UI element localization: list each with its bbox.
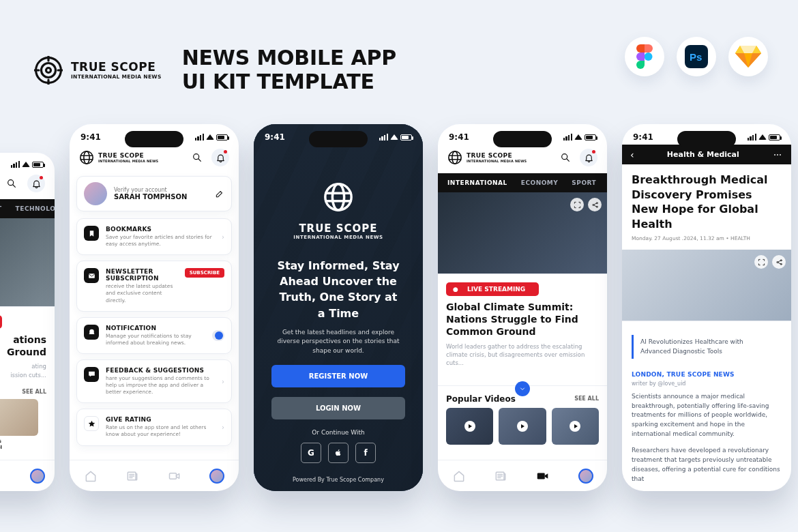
avatar[interactable]: [578, 469, 593, 484]
article-writer: writer by @love_uid: [632, 381, 782, 387]
svg-text:Ps: Ps: [690, 51, 702, 63]
expand-more-button[interactable]: [515, 381, 530, 396]
figma-icon: [625, 37, 664, 76]
back-button[interactable]: ‹: [630, 149, 634, 160]
share-button[interactable]: [772, 255, 786, 269]
powered-by: Powered By True Scope Company: [254, 477, 423, 483]
search-button[interactable]: [557, 149, 574, 166]
status-bar: [0, 153, 55, 171]
brand-tagline: INTERNATIONAL MEDIA NEWS: [271, 235, 405, 240]
toggle-switch[interactable]: [212, 330, 224, 341]
nav-news[interactable]: [125, 469, 139, 483]
live-badge: LIVE STREAMING: [460, 282, 532, 296]
section-title: Health & Medical: [640, 150, 767, 159]
settings-row-notification[interactable]: NOTIFICATIONManage your notifications to…: [76, 317, 232, 354]
page-title: NEWS MOBILE APPUI KIT TEMPLATE: [182, 46, 396, 93]
tab-sport[interactable]: SPORT: [572, 179, 596, 186]
popular-head: SEE ALL: [0, 389, 46, 395]
article-body: Scientists announce a major medical brea…: [632, 392, 782, 440]
article-source: LONDON, TRUE SCOPE NEWS: [632, 371, 782, 378]
article-callout: AI Revolutionizes Healthcare with Advanc…: [632, 335, 782, 358]
phone-article: 9:41 ‹ Health & Medical Breakthrough Med…: [622, 124, 791, 491]
brand-mini: TRUE SCOPEINTERNATIONAL MEDIA NEWS: [79, 150, 158, 165]
article-topbar: ‹ Health & Medical: [622, 145, 791, 164]
globe-icon: [323, 181, 354, 213]
google-button[interactable]: G: [301, 443, 321, 463]
bell-icon: [87, 327, 96, 336]
notifications-button[interactable]: [580, 149, 597, 166]
article-hero: [622, 250, 791, 321]
expand-button[interactable]: [570, 198, 584, 211]
svg-point-15: [645, 53, 653, 61]
category-tabs[interactable]: INTERNATIONAL ECONOMY SPORT TECHNOLOGY: [438, 173, 607, 192]
onboarding-lead: Get the latest headlines and explore div…: [271, 328, 405, 356]
hero-image: [0, 218, 55, 307]
sketch-icon: [728, 37, 768, 76]
nav-video[interactable]: [168, 469, 181, 483]
tool-icons: Ps: [625, 37, 768, 76]
phone-settings: 9:41 TRUE SCOPEINTERNATIONAL MEDIA NEWS …: [70, 124, 239, 491]
continue-with-label: Or Continue With: [271, 429, 405, 436]
settings-row-newsletter[interactable]: NEWSLETTER SUBSCRIPTIONreceive the lates…: [76, 261, 232, 311]
brand-name: TRUE SCOPE: [271, 222, 405, 235]
settings-row-bookmarks[interactable]: BOOKMARKSSave your favorite articles and…: [76, 218, 232, 255]
onboarding-heading: Stay Informed, Stay Ahead Uncover the Tr…: [276, 258, 401, 321]
tab-economy[interactable]: ECONOMY: [521, 179, 559, 186]
phone-feed-peek: SPORT TECHNOLOGY LIVE STREAMING ationsGr…: [0, 153, 55, 491]
search-button[interactable]: [3, 175, 20, 192]
nav-video[interactable]: [535, 469, 550, 484]
photoshop-icon: Ps: [677, 37, 716, 76]
login-button[interactable]: LOGIN NOW: [271, 397, 405, 419]
avatar: [84, 182, 107, 205]
headline[interactable]: Global Climate Summit: Nations Struggle …: [446, 301, 599, 338]
apple-button[interactable]: [328, 443, 349, 463]
scope-icon: [34, 56, 63, 85]
expand-button[interactable]: [754, 255, 768, 269]
avatar[interactable]: [30, 469, 45, 484]
article-meta: Monday. 27 August .2024, 11.32 am • HEAL…: [632, 235, 782, 241]
star-icon: [87, 419, 96, 428]
see-all-link[interactable]: SEE ALL: [22, 389, 46, 395]
svg-rect-18: [537, 473, 544, 479]
edit-icon[interactable]: [215, 189, 224, 198]
brand-name: TRUE SCOPE: [71, 60, 162, 74]
phone-strip: SPORT TECHNOLOGY LIVE STREAMING ationsGr…: [0, 124, 798, 491]
sub-peek: atingission cuts...: [0, 362, 46, 379]
video-card[interactable]: [499, 408, 546, 445]
bottom-nav[interactable]: [70, 460, 239, 491]
phone-onboarding: 9:41 TRUE SCOPE INTERNATIONAL MEDIA NEWS…: [254, 124, 423, 491]
globe-icon: [79, 150, 94, 165]
category-tabs[interactable]: SPORT TECHNOLOGY: [0, 199, 55, 218]
bottom-nav[interactable]: [438, 460, 607, 491]
video-card[interactable]: [552, 408, 599, 445]
bookmark-icon: [87, 229, 96, 238]
settings-row-feedback[interactable]: FEEDBACK & SUGGESTIONShare your suggesti…: [76, 359, 232, 403]
popular-title: Popular Videos: [446, 394, 516, 404]
nav-home[interactable]: [84, 469, 98, 483]
hero-image[interactable]: [438, 192, 607, 274]
notifications-button[interactable]: [27, 175, 45, 192]
video-card[interactable]: [446, 408, 493, 445]
globe-icon: [447, 150, 462, 165]
brand-tagline: INTERNATIONAL MEDIA NEWS: [71, 74, 162, 80]
avatar[interactable]: [209, 469, 224, 484]
share-button[interactable]: [588, 198, 602, 211]
video-card[interactable]: MassUnfol: [0, 399, 38, 451]
tab-technology[interactable]: TECHNOLOGY: [16, 205, 55, 212]
bottom-nav[interactable]: [0, 460, 55, 491]
tab-international[interactable]: INTERNATIONAL: [447, 179, 507, 186]
search-button[interactable]: [188, 149, 206, 166]
tab-sport[interactable]: SPORT: [0, 205, 2, 212]
notifications-button[interactable]: [211, 149, 229, 166]
see-all-link[interactable]: SEE ALL: [574, 396, 599, 402]
nav-news[interactable]: [494, 469, 507, 483]
facebook-button[interactable]: f: [355, 443, 376, 463]
settings-row-rating[interactable]: GIVE RATINGRate us on the app store and …: [76, 409, 232, 445]
subscribe-badge[interactable]: SUBSCRIBE: [185, 268, 224, 278]
register-button[interactable]: REGISTER NOW: [271, 365, 405, 387]
mail-icon: [87, 271, 96, 280]
profile-card[interactable]: Verify your accountSARAH TOMPHSON: [76, 176, 232, 211]
more-icon[interactable]: [772, 149, 783, 160]
article-title: Breakthrough Medical Discovery Promises …: [632, 173, 782, 231]
nav-home[interactable]: [452, 469, 466, 483]
